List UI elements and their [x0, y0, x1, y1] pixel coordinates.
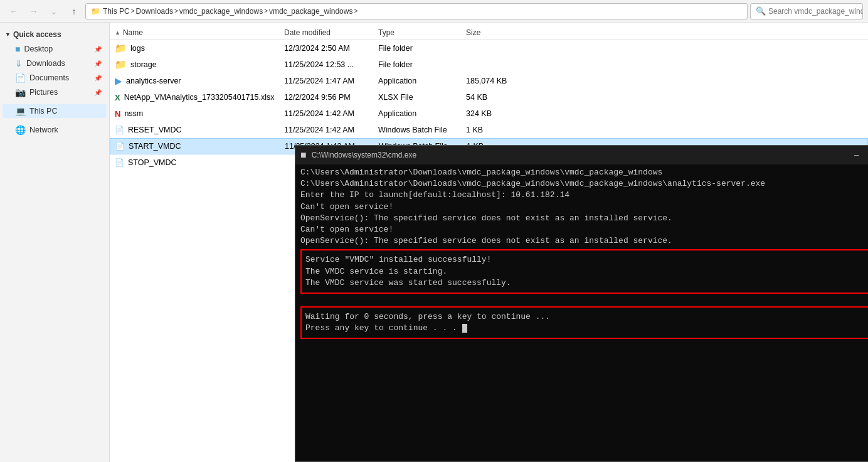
- desktop-icon: ■: [15, 44, 20, 54]
- file-type: Application: [373, 109, 461, 118]
- cmd-controls: ─ □ ✕: [842, 146, 868, 164]
- app-icon: ▶: [115, 75, 122, 87]
- folder-icon: 📁: [115, 59, 127, 70]
- address-crumb: This PC > Downloads > vmdc_package_windo…: [103, 7, 357, 16]
- cmd-body[interactable]: C:\Users\Administrator\Downloads\vmdc_pa…: [295, 164, 868, 461]
- cmd-line: Service "VMDC" installed successfully!: [305, 254, 868, 266]
- cmd-line: Press any key to continue . . .: [305, 323, 868, 334]
- cmd-line: The VMDC service is starting.: [305, 266, 868, 277]
- file-date: 12/3/2024 2:50 AM: [279, 44, 373, 53]
- network-icon: 🌐: [15, 125, 26, 135]
- nssm-icon: N: [115, 109, 120, 119]
- table-row[interactable]: 📁 storage 11/25/2024 12:53 ... File fold…: [110, 56, 868, 73]
- sort-arrow-icon: ▲: [115, 30, 120, 36]
- cmd-minimize-button[interactable]: ─: [842, 146, 868, 164]
- sidebar-item-label: Desktop: [24, 45, 53, 53]
- chevron-down-icon: ▼: [5, 31, 11, 38]
- sidebar-item-thispc[interactable]: 💻 This PC: [3, 104, 107, 118]
- cmd-line: Enter the IP to launch[default:localhost…: [300, 190, 868, 201]
- file-date: 11/25/2024 1:42 AM: [279, 126, 373, 134]
- sidebar-item-label: Documents: [29, 73, 69, 82]
- back-button[interactable]: ←: [5, 3, 23, 20]
- file-size: 1 KB: [461, 126, 524, 134]
- cmd-cursor: [462, 324, 467, 333]
- bat-icon: 📄: [115, 142, 125, 151]
- file-area: ▲ Name Date modified Type Size 📁 logs 12…: [110, 23, 868, 462]
- pin-icon: 📌: [94, 60, 102, 67]
- sidebar-item-downloads[interactable]: ⇓ Downloads 📌: [3, 56, 107, 70]
- file-date: 11/25/2024 12:53 ...: [279, 60, 373, 69]
- bat-icon: 📄: [115, 158, 124, 167]
- sidebar: ▼ Quick access ■ Desktop 📌 ⇓ Downloads 📌…: [0, 23, 110, 462]
- pictures-icon: 📷: [15, 87, 26, 97]
- folder-icon-address: 📁: [91, 7, 100, 16]
- file-name: START_VMDC: [129, 142, 181, 151]
- table-row[interactable]: N nssm 11/25/2024 1:42 AM Application 32…: [110, 105, 868, 122]
- sidebar-item-label: Downloads: [26, 59, 65, 68]
- cmd-section-2: Waiting for 0 seconds, press a key to co…: [300, 306, 868, 339]
- documents-icon: 📄: [15, 73, 26, 83]
- cmd-line: OpenService(): The specified service doe…: [300, 235, 868, 247]
- file-table-header: ▲ Name Date modified Type Size: [110, 23, 868, 40]
- file-name: logs: [130, 44, 145, 53]
- cmd-line: The VMDC service was started successfull…: [305, 277, 868, 289]
- sidebar-item-label: This PC: [29, 107, 57, 115]
- cmd-line: Waiting for 0 seconds, press a key to co…: [305, 311, 868, 323]
- sidebar-item-network[interactable]: 🌐 Network: [3, 123, 107, 137]
- sidebar-item-label: Pictures: [29, 88, 58, 97]
- file-type: Windows Batch File: [373, 126, 461, 134]
- file-type: File folder: [373, 44, 461, 53]
- file-name: RESET_VMDC: [128, 126, 181, 134]
- crumb-thispc[interactable]: This PC: [103, 7, 130, 16]
- crumb-downloads[interactable]: Downloads: [136, 7, 173, 16]
- file-type: File folder: [373, 60, 461, 69]
- file-name: analytics-server: [126, 77, 181, 85]
- col-header-type[interactable]: Type: [373, 28, 461, 37]
- cmd-line: Can't open service!: [300, 201, 868, 213]
- downloads-icon: ⇓: [15, 58, 23, 68]
- crumb-vmdc1[interactable]: vmdc_package_windows: [179, 7, 263, 16]
- col-header-name[interactable]: ▲ Name: [110, 28, 279, 37]
- table-row[interactable]: X NetApp_VMAnalytics_1733205401715.xlsx …: [110, 89, 868, 105]
- search-input[interactable]: [768, 7, 862, 16]
- cmd-section-1: Service "VMDC" installed successfully!Th…: [300, 249, 868, 294]
- file-type: XLSX File: [373, 93, 461, 102]
- forward-button[interactable]: →: [25, 3, 43, 20]
- col-header-date[interactable]: Date modified: [279, 28, 373, 37]
- file-date: 12/2/2024 9:56 PM: [279, 93, 373, 102]
- recent-button[interactable]: ⌄: [45, 3, 63, 20]
- folder-icon: 📁: [115, 43, 127, 54]
- cmd-line: Can't open service!: [300, 224, 868, 235]
- table-row[interactable]: 📁 logs 12/3/2024 2:50 AM File folder: [110, 40, 868, 56]
- cmd-window: ■ C:\Windows\system32\cmd.exe ─ □ ✕ C:\U…: [295, 145, 868, 462]
- crumb-vmdc2[interactable]: vmdc_package_windows: [269, 7, 352, 16]
- sidebar-item-label: Network: [29, 126, 58, 134]
- search-icon: 🔍: [756, 6, 766, 16]
- cmd-titlebar: ■ C:\Windows\system32\cmd.exe ─ □ ✕: [295, 146, 868, 164]
- sidebar-item-documents[interactable]: 📄 Documents 📌: [3, 71, 107, 85]
- file-size: 54 KB: [461, 93, 524, 102]
- table-row[interactable]: 📄 RESET_VMDC 11/25/2024 1:42 AM Windows …: [110, 122, 868, 138]
- file-type: Application: [373, 77, 461, 85]
- file-name: nssm: [124, 109, 143, 118]
- main-area: ▼ Quick access ■ Desktop 📌 ⇓ Downloads 📌…: [0, 23, 868, 462]
- col-header-size[interactable]: Size: [461, 28, 524, 37]
- quick-access-label: Quick access: [13, 30, 61, 39]
- cmd-line: C:\Users\Administrator\Downloads\vmdc_pa…: [300, 167, 868, 178]
- cmd-icon: ■: [300, 149, 307, 161]
- file-date: 11/25/2024 1:42 AM: [279, 109, 373, 118]
- address-bar[interactable]: 📁 This PC > Downloads > vmdc_package_win…: [85, 3, 748, 19]
- up-button[interactable]: ↑: [65, 3, 83, 20]
- bat-icon: 📄: [115, 126, 124, 134]
- file-size: 324 KB: [461, 109, 524, 118]
- sidebar-item-pictures[interactable]: 📷 Pictures 📌: [3, 85, 107, 99]
- pin-icon: 📌: [94, 46, 102, 53]
- table-row[interactable]: ▶ analytics-server 11/25/2024 1:47 AM Ap…: [110, 73, 868, 89]
- file-size: 185,074 KB: [461, 77, 524, 85]
- pin-icon: 📌: [94, 89, 102, 96]
- search-box[interactable]: 🔍: [750, 3, 863, 19]
- cmd-line: OpenService(): The specified service doe…: [300, 213, 868, 224]
- quick-access-header: ▼ Quick access: [0, 28, 109, 41]
- sidebar-item-desktop[interactable]: ■ Desktop 📌: [3, 42, 107, 56]
- file-date: 11/25/2024 1:47 AM: [279, 77, 373, 85]
